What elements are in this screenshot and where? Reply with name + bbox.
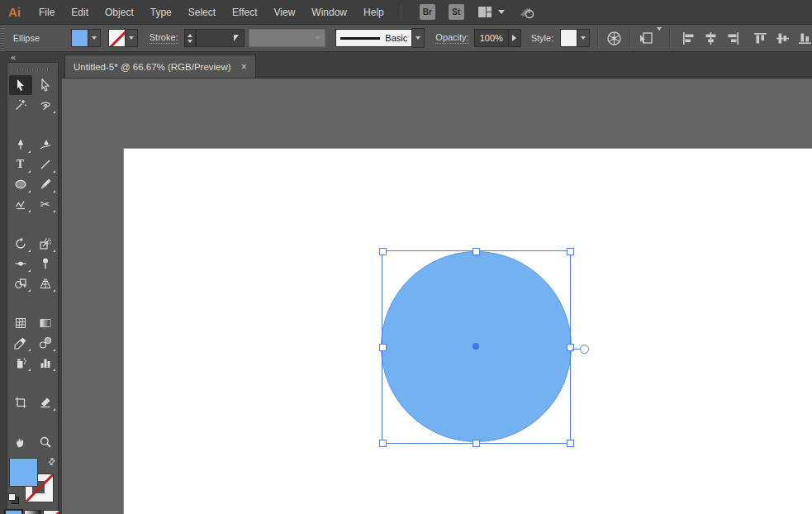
swap-fill-stroke-icon[interactable]: ⇄: [45, 455, 59, 469]
menu-effect[interactable]: Effect: [224, 7, 265, 18]
paintbrush-tool[interactable]: [34, 174, 57, 194]
gpu-performance-icon[interactable]: [518, 5, 536, 20]
fill-proxy-swatch[interactable]: [9, 458, 38, 487]
menu-window[interactable]: Window: [303, 7, 355, 18]
control-bar-separator: [597, 28, 599, 48]
stroke-weight-label[interactable]: Stroke:: [150, 32, 178, 44]
document-tab-title: Untitled-5* @ 66.67% (RGB/Preview): [74, 62, 231, 72]
selection-handle-middle-left[interactable]: [379, 344, 387, 351]
selection-handle-top-center[interactable]: [472, 248, 480, 255]
menu-object[interactable]: Object: [97, 7, 142, 18]
selection-handle-bottom-left[interactable]: [379, 440, 387, 447]
magic-wand-tool[interactable]: [9, 95, 32, 115]
brush-definition-dropdown[interactable]: [412, 28, 425, 48]
tab-close-icon[interactable]: ×: [241, 62, 247, 72]
left-rail: «: [0, 52, 62, 514]
opacity-value: 100%: [480, 33, 503, 43]
opacity-slider-arrow[interactable]: [508, 30, 520, 46]
opacity-field[interactable]: 100%: [474, 29, 521, 47]
select-similar-objects-icon[interactable]: [639, 31, 655, 46]
eyedropper-tool[interactable]: [9, 333, 32, 353]
gradient-tool[interactable]: [34, 313, 57, 333]
control-bar-grip[interactable]: [0, 25, 5, 51]
mesh-tool[interactable]: [9, 313, 32, 333]
menu-edit[interactable]: Edit: [63, 7, 97, 18]
brush-definition-field[interactable]: Basic: [335, 29, 412, 47]
shaper-tool[interactable]: [9, 194, 32, 214]
scissors-tool[interactable]: ✂: [34, 194, 57, 214]
main-area: «: [0, 52, 812, 514]
menu-view[interactable]: View: [266, 7, 304, 18]
align-left-icon[interactable]: [681, 31, 696, 45]
live-shape-pie-widget[interactable]: [580, 345, 589, 354]
stroke-weight-dropdown: [230, 30, 242, 46]
menu-help[interactable]: Help: [355, 7, 392, 18]
fill-color-swatch[interactable]: [71, 29, 88, 47]
recolor-artwork-icon[interactable]: [606, 31, 622, 46]
ellipse-tool[interactable]: [9, 174, 32, 194]
select-similar-chevron-icon[interactable]: [657, 31, 662, 45]
selection-tool[interactable]: [9, 75, 32, 95]
align-horizontal-center-icon[interactable]: [704, 31, 718, 45]
column-graph-tool[interactable]: [34, 353, 57, 373]
stroke-color-dropdown[interactable]: [126, 29, 138, 47]
type-tool-glyph: T: [17, 159, 24, 170]
align-bottom-icon[interactable]: [798, 31, 812, 45]
color-button[interactable]: [5, 510, 22, 514]
align-right-icon[interactable]: [726, 31, 740, 45]
control-bar-separator: [669, 28, 671, 48]
direct-selection-tool[interactable]: [34, 75, 57, 95]
canvas[interactable]: [62, 79, 812, 514]
none-button[interactable]: [43, 510, 60, 514]
scissors-glyph: ✂: [40, 198, 50, 210]
rotate-tool[interactable]: [9, 234, 32, 254]
zoom-tool[interactable]: [34, 432, 57, 452]
stroke-color-swatch[interactable]: [108, 29, 126, 47]
workspace-chevron-icon[interactable]: [498, 10, 505, 14]
shape-builder-tool[interactable]: [9, 274, 32, 293]
tools-grid: T ✂: [9, 75, 57, 452]
hand-tool[interactable]: [9, 432, 32, 452]
puppet-warp-tool[interactable]: [34, 254, 57, 274]
menu-file[interactable]: File: [31, 7, 63, 18]
menu-type[interactable]: Type: [142, 7, 180, 18]
line-segment-tool[interactable]: [34, 155, 57, 174]
symbol-sprayer-tool[interactable]: [9, 353, 32, 373]
perspective-grid-tool[interactable]: [34, 274, 57, 293]
toolbar-collapse-button[interactable]: «: [0, 52, 62, 62]
style-dropdown[interactable]: [577, 29, 590, 47]
control-bar-separator: [629, 28, 631, 48]
curvature-tool[interactable]: [34, 135, 57, 155]
lasso-tool[interactable]: [34, 95, 57, 115]
stock-button[interactable]: St: [449, 4, 464, 20]
align-vertical-center-icon[interactable]: [776, 31, 790, 45]
brush-stroke-preview: [340, 37, 380, 40]
shape-center-point[interactable]: [472, 343, 479, 350]
stroke-weight-field[interactable]: [196, 29, 245, 47]
blend-tool[interactable]: [34, 333, 57, 353]
bridge-button[interactable]: Br: [420, 4, 435, 20]
selection-handle-top-left[interactable]: [379, 248, 387, 255]
menu-select[interactable]: Select: [180, 7, 224, 18]
artboard-tool[interactable]: [9, 393, 32, 412]
selection-handle-bottom-right[interactable]: [567, 440, 574, 447]
selection-handle-top-right[interactable]: [567, 248, 574, 255]
pen-tool[interactable]: [9, 135, 32, 155]
fill-color-dropdown[interactable]: [88, 29, 101, 47]
style-swatch[interactable]: [560, 29, 577, 47]
align-top-icon[interactable]: [753, 31, 767, 45]
scale-tool[interactable]: [34, 234, 57, 254]
stroke-weight-stepper[interactable]: [184, 29, 196, 47]
selection-handle-bottom-center[interactable]: [472, 440, 480, 447]
workspace-switcher-icon[interactable]: [477, 6, 492, 18]
document-tab[interactable]: Untitled-5* @ 66.67% (RGB/Preview) ×: [64, 55, 256, 78]
opacity-label[interactable]: Opacity:: [435, 32, 468, 44]
slice-tool[interactable]: [34, 393, 57, 412]
tools-panel-grip[interactable]: [17, 68, 49, 72]
control-bar: Ellipse Stroke: Basic Opacity: 100% Styl…: [0, 25, 812, 52]
default-fill-stroke-icon[interactable]: [8, 493, 19, 504]
type-tool[interactable]: T: [9, 155, 32, 174]
gradient-button[interactable]: [24, 510, 41, 514]
selection-handle-middle-right[interactable]: [567, 344, 574, 351]
width-tool[interactable]: [9, 254, 32, 274]
